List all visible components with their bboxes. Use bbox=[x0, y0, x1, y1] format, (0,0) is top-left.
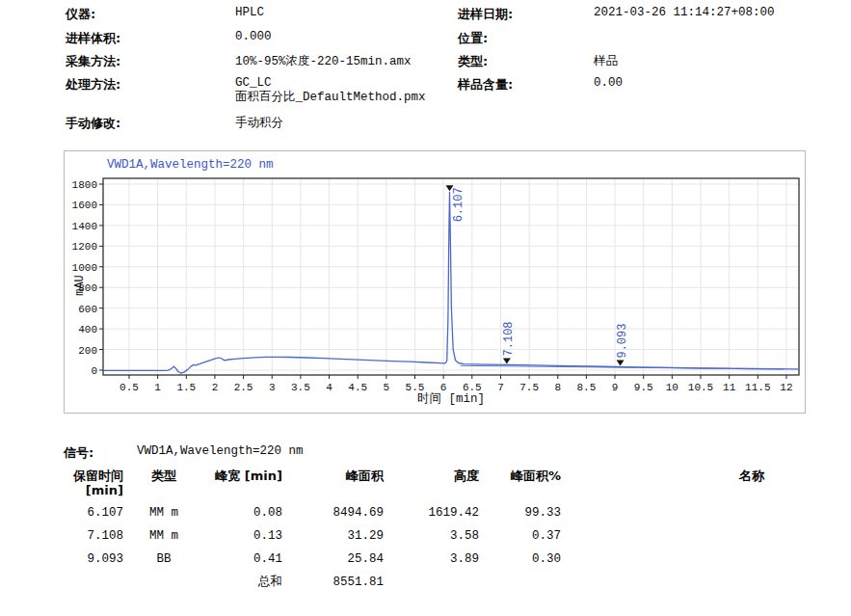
table-cell: BB bbox=[125, 548, 204, 571]
table-cell: 0.41 bbox=[204, 548, 284, 571]
type-value: 样品 bbox=[594, 53, 618, 69]
table-cell: 0.30 bbox=[481, 548, 563, 571]
table-cell bbox=[386, 571, 481, 594]
injection-volume-value: 0.000 bbox=[235, 30, 272, 43]
manual-edit-label: 手动修改: bbox=[66, 115, 120, 132]
col-height: 高度 bbox=[386, 467, 481, 501]
table-cell: 6.107 bbox=[66, 501, 125, 524]
col-area-pct: 峰面积% bbox=[481, 467, 563, 501]
y-tick-label: 200 bbox=[78, 345, 97, 357]
peak-label: 7.108 bbox=[502, 321, 516, 356]
table-cell bbox=[563, 571, 766, 594]
col-area: 峰面积 bbox=[284, 467, 386, 501]
injection-date-label: 进样日期: bbox=[458, 6, 513, 23]
table-cell: 8494.69 bbox=[284, 501, 386, 524]
peak-row: 7.108MM m0.1331.293.580.37 bbox=[66, 524, 766, 548]
table-cell: 9.093 bbox=[66, 548, 125, 571]
table-cell: 7.108 bbox=[66, 524, 125, 548]
proc-method-line2: 面积百分比_DefaultMethod.pmx bbox=[235, 91, 426, 105]
proc-method-line1: GC_LC bbox=[235, 76, 426, 91]
table-cell: 总和 bbox=[204, 571, 284, 594]
instrument-label: 仪器: bbox=[66, 6, 95, 23]
col-width: 峰宽 [min] bbox=[204, 467, 284, 501]
table-cell: MM m bbox=[125, 524, 204, 548]
acq-method-label: 采集方法: bbox=[66, 53, 120, 70]
y-tick-label: 1400 bbox=[72, 221, 97, 232]
col-type: 类型 bbox=[125, 467, 204, 501]
x-axis-label: 时间 [min] bbox=[103, 390, 799, 407]
injection-volume-label: 进样体积: bbox=[66, 30, 120, 47]
table-header-row: 保留时间 [min] 类型 峰宽 [min] 峰面积 高度 峰面积% 名称 bbox=[66, 467, 766, 501]
injection-date-value: 2021-03-26 11:14:27+08:00 bbox=[594, 6, 775, 19]
table-cell: 0.08 bbox=[204, 501, 284, 524]
type-label: 类型: bbox=[458, 53, 488, 70]
table-cell bbox=[563, 548, 766, 571]
col-retention-time-text: 保留时间 bbox=[66, 469, 123, 483]
instrument-value: HPLC bbox=[235, 6, 264, 19]
chromatogram-plot: 0.511.522.533.544.555.566.577.588.599.51… bbox=[65, 151, 807, 415]
proc-method-value: GC_LC 面积百分比_DefaultMethod.pmx bbox=[235, 76, 426, 105]
table-cell bbox=[563, 524, 766, 548]
manual-edit-value: 手动积分 bbox=[235, 115, 283, 131]
acq-method-value: 10%-95%浓度-220-15min.amx bbox=[235, 53, 412, 69]
col-retention-time-unit: [min] bbox=[66, 483, 123, 497]
peak-label: 6.107 bbox=[452, 187, 465, 222]
sum-row: 总和8551.81 bbox=[66, 571, 766, 594]
y-tick-label: 1200 bbox=[72, 241, 97, 253]
table-cell: 8551.81 bbox=[284, 571, 386, 594]
y-tick-label: 1000 bbox=[72, 262, 97, 274]
table-cell: 0.13 bbox=[204, 524, 284, 548]
y-axis-label: mAU bbox=[73, 275, 87, 296]
sample-amount-label: 样品含量: bbox=[458, 76, 513, 94]
table-cell: MM m bbox=[125, 501, 204, 524]
peak-results-table: 保留时间 [min] 类型 峰宽 [min] 峰面积 高度 峰面积% 名称 6.… bbox=[66, 467, 766, 594]
table-cell bbox=[563, 501, 766, 524]
peak-row: 9.093BB0.4125.843.890.30 bbox=[66, 548, 766, 571]
peak-row: 6.107MM m0.088494.691619.4299.33 bbox=[66, 501, 766, 524]
y-tick-label: 1600 bbox=[72, 200, 97, 211]
table-cell: 31.29 bbox=[284, 524, 386, 548]
table-cell: 3.89 bbox=[386, 548, 481, 571]
chromatogram-panel: VWD1A,Wavelength=220 nm 0.511.522.533.54… bbox=[64, 150, 806, 414]
table-cell bbox=[125, 571, 204, 594]
hplc-report-page: 仪器: HPLC 进样体积: 0.000 采集方法: 10%-95%浓度-220… bbox=[0, 0, 851, 616]
table-cell bbox=[66, 571, 125, 594]
table-cell: 0.37 bbox=[481, 524, 563, 548]
signal-value: VWD1A,Wavelength=220 nm bbox=[137, 444, 304, 458]
y-tick-label: 0 bbox=[91, 365, 97, 377]
peak-label: 9.093 bbox=[616, 324, 629, 359]
chart-title: VWD1A,Wavelength=220 nm bbox=[107, 158, 274, 172]
table-cell: 3.58 bbox=[386, 524, 481, 548]
y-tick-label: 400 bbox=[78, 324, 97, 335]
signal-label: 信号: bbox=[64, 444, 93, 462]
col-name: 名称 bbox=[563, 467, 766, 501]
proc-method-label: 处理方法: bbox=[66, 76, 120, 94]
y-tick-label: 600 bbox=[78, 304, 97, 315]
table-cell: 25.84 bbox=[284, 548, 386, 571]
y-tick-label: 1800 bbox=[72, 179, 97, 191]
table-cell: 1619.42 bbox=[386, 501, 481, 524]
position-label: 位置: bbox=[458, 30, 488, 47]
sample-amount-value: 0.00 bbox=[594, 76, 623, 90]
col-retention-time: 保留时间 [min] bbox=[66, 467, 125, 501]
table-cell bbox=[481, 571, 563, 594]
table-cell: 99.33 bbox=[481, 501, 563, 524]
